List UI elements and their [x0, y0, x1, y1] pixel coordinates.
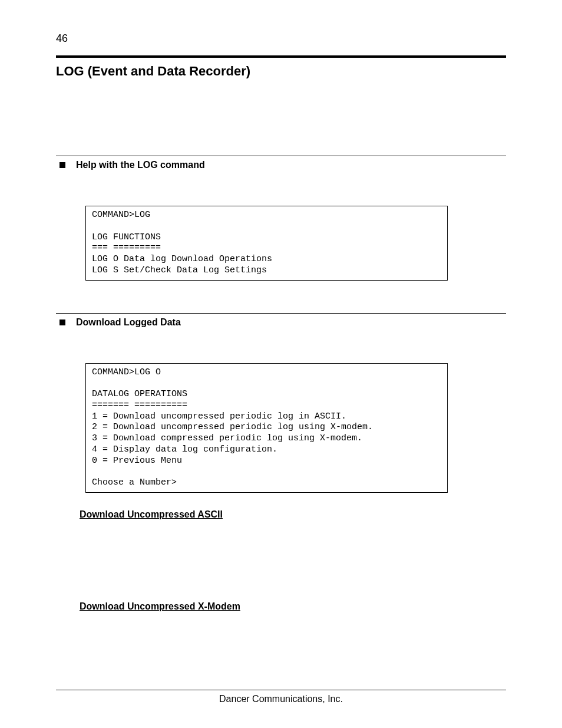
link-heading: Download Uncompressed ASCII: [80, 509, 506, 520]
subsection-row: Download Logged Data: [56, 317, 506, 328]
link-heading: Download Uncompressed X-Modem: [80, 601, 506, 612]
footer-text: Dancer Communications, Inc.: [56, 694, 506, 704]
footer-rule: [56, 690, 506, 690]
subsection-heading: Download Logged Data: [76, 317, 181, 328]
page: 46 LOG (Event and Data Recorder) Help wi…: [0, 0, 562, 728]
code-block: COMMAND>LOG O DATALOG OPERATIONS =======…: [85, 363, 448, 493]
subsection-row: Help with the LOG command: [56, 160, 506, 170]
subsection-heading: Help with the LOG command: [76, 160, 205, 170]
divider: [56, 156, 506, 156]
footer: Dancer Communications, Inc.: [56, 690, 506, 704]
top-rule: [56, 55, 506, 58]
page-number: 46: [56, 32, 506, 45]
divider: [56, 313, 506, 314]
section-title: LOG (Event and Data Recorder): [56, 64, 506, 79]
square-bullet-icon: [59, 162, 65, 168]
square-bullet-icon: [59, 319, 65, 325]
code-block: COMMAND>LOG LOG FUNCTIONS === ========= …: [85, 206, 448, 281]
